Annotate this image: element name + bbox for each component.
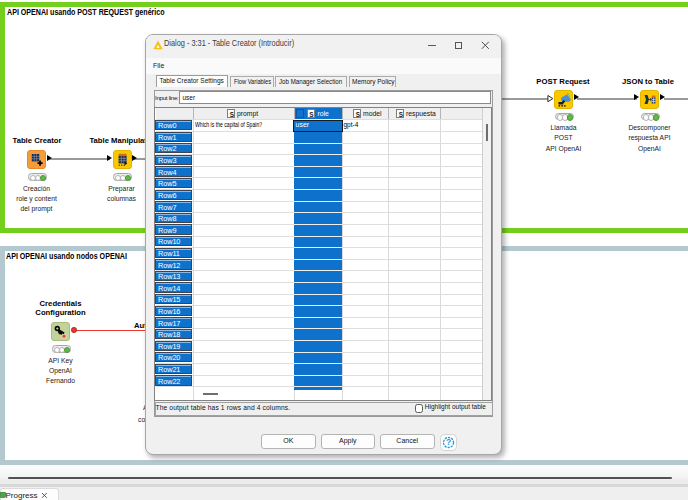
svg-text:?: ? bbox=[446, 437, 451, 447]
